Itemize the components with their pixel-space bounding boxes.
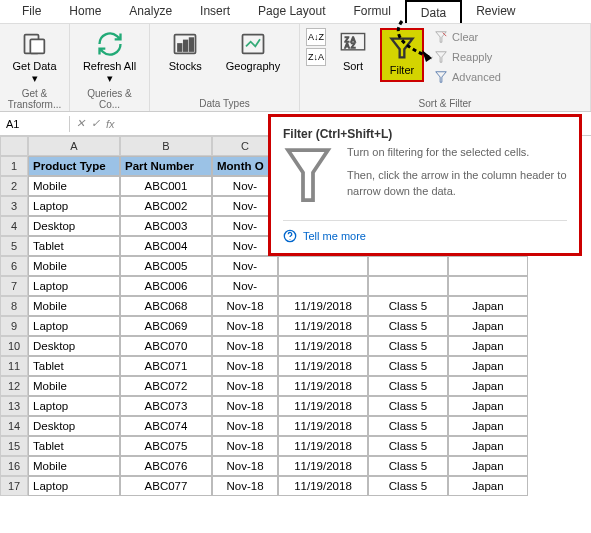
row-header-4[interactable]: 4 [0,216,28,236]
cell[interactable]: Nov-18 [212,456,278,476]
fx-label[interactable]: fx [106,118,115,130]
cell[interactable]: Class 5 [368,296,448,316]
cell[interactable]: Laptop [28,276,120,296]
cell[interactable]: Japan [448,416,528,436]
sort-button[interactable]: Z AA Z Sort [334,28,372,74]
cell[interactable] [368,256,448,276]
cell[interactable]: 11/19/2018 [278,416,368,436]
clear-button[interactable]: Clear [432,28,503,46]
cell[interactable]: ABC005 [120,256,212,276]
col-header-A[interactable]: A [28,136,120,156]
cell[interactable]: ABC001 [120,176,212,196]
cell[interactable]: Desktop [28,216,120,236]
cell[interactable]: ABC076 [120,456,212,476]
cell[interactable]: Mobile [28,376,120,396]
cell[interactable]: ABC004 [120,236,212,256]
tab-review[interactable]: Review [462,0,529,23]
row-header-11[interactable]: 11 [0,356,28,376]
cell[interactable]: Nov-18 [212,356,278,376]
cell[interactable]: Tablet [28,356,120,376]
row-header-17[interactable]: 17 [0,476,28,496]
cell[interactable]: Class 5 [368,396,448,416]
cell[interactable]: Laptop [28,196,120,216]
cell[interactable]: Mobile [28,176,120,196]
cell[interactable]: Laptop [28,316,120,336]
cell[interactable] [448,256,528,276]
tab-data[interactable]: Data [405,0,462,23]
row-header-8[interactable]: 8 [0,296,28,316]
row-header-13[interactable]: 13 [0,396,28,416]
cell[interactable]: Nov-18 [212,376,278,396]
cell[interactable]: Desktop [28,416,120,436]
tab-home[interactable]: Home [55,0,115,23]
cell[interactable]: Japan [448,396,528,416]
fx-confirm[interactable]: ✓ [91,117,100,130]
cell[interactable]: Mobile [28,256,120,276]
tab-file[interactable]: File [8,0,55,23]
cell[interactable]: ABC071 [120,356,212,376]
refresh-all-button[interactable]: Refresh All ▾ [76,28,143,86]
sort-za-button[interactable]: Z↓A [306,48,326,66]
row-header-6[interactable]: 6 [0,256,28,276]
cell[interactable]: Nov-18 [212,296,278,316]
cell[interactable]: Japan [448,296,528,316]
cell[interactable]: Japan [448,436,528,456]
cell[interactable]: Japan [448,356,528,376]
reapply-button[interactable]: Reapply [432,48,503,66]
cell[interactable]: Japan [448,456,528,476]
row-header-10[interactable]: 10 [0,336,28,356]
cell[interactable]: Japan [448,476,528,496]
cell[interactable] [278,256,368,276]
cell[interactable]: ABC077 [120,476,212,496]
cell[interactable]: Laptop [28,396,120,416]
cell[interactable]: Class 5 [368,376,448,396]
geography-button[interactable]: Geography [222,28,284,74]
cell[interactable]: Tablet [28,236,120,256]
cell[interactable]: Nov-18 [212,476,278,496]
cell[interactable]: 11/19/2018 [278,436,368,456]
filter-button[interactable]: Filter [384,32,420,78]
cell[interactable]: Nov-18 [212,416,278,436]
col-header-B[interactable]: B [120,136,212,156]
cell[interactable]: 11/19/2018 [278,296,368,316]
name-box[interactable]: A1 [0,116,70,132]
cell[interactable]: Nov-18 [212,316,278,336]
get-data-button[interactable]: Get Data ▾ [6,28,63,86]
cell[interactable]: Nov-18 [212,436,278,456]
table-header-cell[interactable]: Part Number [120,156,212,176]
cell[interactable]: ABC003 [120,216,212,236]
cell[interactable]: Class 5 [368,416,448,436]
row-header-3[interactable]: 3 [0,196,28,216]
cell[interactable]: Japan [448,376,528,396]
tab-page-layout[interactable]: Page Layout [244,0,339,23]
cell[interactable]: Nov-18 [212,336,278,356]
cell[interactable]: ABC070 [120,336,212,356]
row-header-5[interactable]: 5 [0,236,28,256]
fx-cancel[interactable]: ✕ [76,117,85,130]
cell[interactable]: Mobile [28,296,120,316]
advanced-button[interactable]: Advanced [432,68,503,86]
cell[interactable]: Tablet [28,436,120,456]
select-all-corner[interactable] [0,136,28,156]
cell[interactable]: 11/19/2018 [278,376,368,396]
tell-me-more-link[interactable]: Tell me more [283,220,567,243]
cell[interactable] [448,276,528,296]
row-header-14[interactable]: 14 [0,416,28,436]
row-header-1[interactable]: 1 [0,156,28,176]
cell[interactable]: 11/19/2018 [278,356,368,376]
cell[interactable]: Japan [448,316,528,336]
cell[interactable]: ABC069 [120,316,212,336]
row-header-2[interactable]: 2 [0,176,28,196]
row-header-16[interactable]: 16 [0,456,28,476]
cell[interactable]: ABC072 [120,376,212,396]
sort-az-button[interactable]: A↓Z [306,28,326,46]
cell[interactable]: ABC073 [120,396,212,416]
cell[interactable]: ABC075 [120,436,212,456]
cell[interactable]: Japan [448,336,528,356]
cell[interactable] [368,276,448,296]
cell[interactable]: Class 5 [368,456,448,476]
cell[interactable]: 11/19/2018 [278,396,368,416]
row-header-15[interactable]: 15 [0,436,28,456]
row-header-12[interactable]: 12 [0,376,28,396]
cell[interactable]: Class 5 [368,356,448,376]
